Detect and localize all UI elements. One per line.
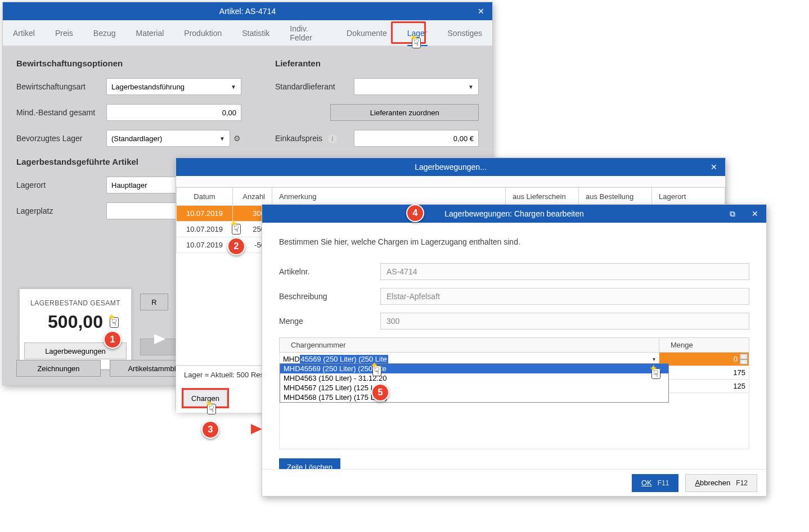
col-lieferschein[interactable]: aus Lieferschein [506,188,579,206]
field-artikelnr: AS-4714 [380,263,749,280]
section-bewirtschaftung: Bewirtschaftungsoptionen [16,58,241,68]
dropdown-option[interactable]: MHD4567 (125 Liter) (125 Liter) [280,383,668,393]
dropdown-option[interactable]: MHD45569 (250 Liter) (250 Lite [280,364,668,373]
arrow-icon [126,331,165,348]
value-bewirtschaftungsart: Lagerbestandsführung [111,83,185,91]
chargen-description: Bestimmen Sie hier, welche Chargen im La… [279,237,749,246]
chargennummer-dropdown[interactable]: MHD45569 (250 Liter) (250 Lite MHD4563 (… [280,363,669,403]
col-anzahl[interactable]: Anzahl [233,188,272,206]
col-bestellung[interactable]: aus Bestellung [579,188,652,206]
tab-statistik[interactable]: Statistik [232,20,280,46]
card-caption: LAGERBESTAND GESAMT [20,299,131,307]
arrow-icon [223,421,262,438]
ok-button[interactable]: OK F11 [632,474,678,492]
spinner-down-icon[interactable]: ▼ [740,359,748,365]
lieferanten-zuordnen-button[interactable]: Lieferanten zuordnen [330,104,479,121]
annotation-5: 5 [371,384,389,402]
chevron-down-icon: ▼ [231,84,236,90]
select-bewirtschaftungsart[interactable]: Lagerbestandsführung ▼ [106,78,241,95]
select-bevlager[interactable]: (Standardlager) ▼ [106,130,230,147]
annotation-4: 4 [406,204,424,222]
tab-produktion[interactable]: Produktion [174,20,232,46]
tab-dokumente[interactable]: Dokumente [336,20,397,46]
spinner-up-icon[interactable]: ▲ [740,354,748,359]
dropdown-option[interactable]: MHD4563 (150 Liter) - 31.12.20 [280,373,668,383]
tab-material[interactable]: Material [126,20,174,46]
tab-indivfelder[interactable]: Indiv. Felder [280,20,336,46]
field-beschreibung: Elstar-Apfelsaft [380,288,749,305]
label-artikelnr: Artikelnr. [279,267,380,276]
col-lagerort[interactable]: Lagerort [652,188,725,206]
abbrechen-button[interactable]: Abbrechen F12 [685,474,757,492]
menge-cell[interactable]: 0 ▲▼ [659,353,749,366]
info-icon[interactable]: i [328,134,337,143]
cursor-icon [372,363,381,377]
tab-sonstiges[interactable]: Sonstiges [438,20,492,46]
tab-bezug[interactable]: Bezug [83,20,126,46]
close-icon[interactable]: ✕ [703,158,725,176]
chargen-titlebar: Lagerbewegungen: Chargen bearbeiten ⧉ ✕ [262,205,766,223]
annotation-2: 2 [227,237,245,255]
cursor-icon [412,35,421,49]
label-lagerplatz: Lagerplatz [16,206,106,215]
col-menge[interactable]: Menge [659,338,749,353]
cursor-icon [651,366,660,380]
zeichnungen-button[interactable]: Zeichnungen [16,360,101,377]
chevron-down-icon: ▾ [653,356,655,362]
label-lagerort: Lagerort [16,181,106,190]
tab-artikel[interactable]: Artikel [3,20,45,46]
field-menge: 300 [380,313,749,330]
chargen-window: Lagerbewegungen: Chargen bearbeiten ⧉ ✕ … [262,204,767,497]
artikel-titlebar: Artikel: AS-4714 ✕ [3,2,492,20]
label-stdlieferant: Standardlieferant [275,82,354,91]
lagerbewegungen-titlebar: Lagerbewegungen... ✕ [176,158,725,176]
artikel-title: Artikel: AS-4714 [219,7,276,16]
value-mindbestand: 0,00 [222,109,236,117]
select-stdlieferant[interactable]: ▼ [354,78,479,95]
spinner[interactable]: ▲▼ [740,354,748,364]
chargen-title: Lagerbewegungen: Chargen bearbeiten [444,209,584,218]
annotation-3: 3 [201,421,219,439]
lagerbewegungen-title: Lagerbewegungen... [415,163,487,172]
col-chargennummer[interactable]: Chargennummer [280,338,659,353]
close-icon[interactable]: ✕ [744,205,766,223]
gear-icon[interactable]: ⚙ [233,134,241,143]
section-lieferanten: Lieferanten [275,58,479,68]
lagerbestand-card: LAGERBESTAND GESAMT 500,00 Lagerbewegung… [19,288,132,369]
tab-preis[interactable]: Preis [45,20,83,46]
popout-icon[interactable]: ⧉ [721,205,744,223]
input-mindbestand[interactable]: 0,00 [106,104,241,121]
chevron-down-icon: ▼ [219,136,225,142]
reserve-button[interactable]: R [140,294,168,310]
cursor-icon [110,314,119,329]
chargen-footer: OK F11 Abbrechen F12 [262,469,766,496]
input-ekpreis[interactable]: 0,00 € [354,130,479,147]
chargen-body: Bestimmen Sie hier, welche Chargen im La… [262,223,766,490]
chevron-down-icon: ▼ [468,84,474,90]
chargennummer-combobox[interactable]: MHD45569 (250 Liter) (250 Lite ▾ [283,355,655,363]
annotation-1: 1 [104,331,122,349]
label-beschreibung: Beschreibung [279,292,380,301]
col-datum[interactable]: Datum [177,188,233,206]
toolbar-area [176,176,725,187]
label-mindbestand: Mind.-Bestand gesamt [16,108,106,117]
close-icon[interactable]: ✕ [470,2,492,20]
value-lagerort: Hauptlager [111,181,147,190]
dropdown-option[interactable]: MHD4568 (175 Liter) (175 Liter) [280,393,668,402]
cursor-icon [207,401,216,416]
value-bevlager: (Standardlager) [111,134,162,143]
label-menge: Menge [279,317,380,326]
cursor-icon [232,221,241,236]
label-bewirtschaftungsart: Bewirtschaftungsart [16,82,106,91]
label-bevlager: Bevorzugtes Lager [16,134,106,143]
col-anmerkung[interactable]: Anmerkung [272,188,506,206]
value-ekpreis: 0,00 € [453,134,474,143]
label-ekpreis: Einkaufspreis i [275,134,354,143]
